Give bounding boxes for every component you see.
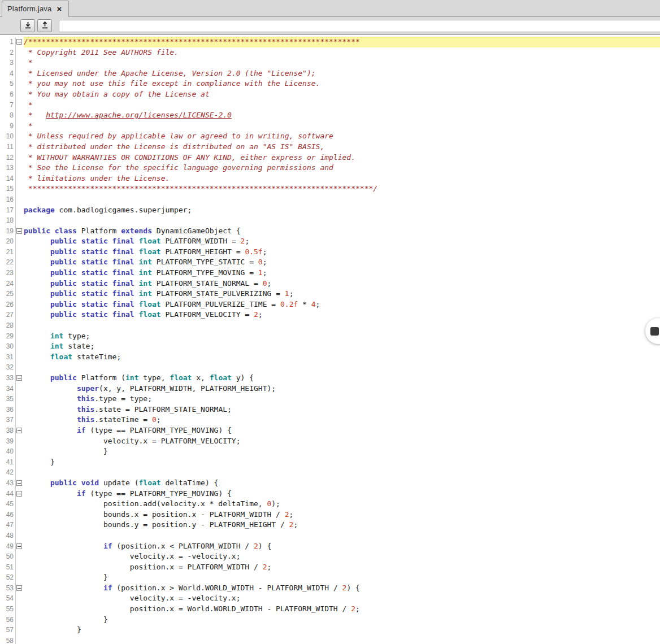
line-number: 17 xyxy=(0,205,16,216)
code-line[interactable]: 31 float stateTime; xyxy=(0,352,660,363)
code-line[interactable]: 41 } xyxy=(0,457,660,468)
code-line[interactable]: 32 xyxy=(0,362,660,373)
fold-toggle-icon[interactable] xyxy=(16,425,24,436)
code-line[interactable]: 17package com.badlogicgames.superjumper; xyxy=(0,205,660,216)
code-line[interactable]: 53 if (position.x > World.WORLD_WIDTH - … xyxy=(0,583,660,594)
code-line[interactable]: 44 if (type == PLATFORM_TYPE_MOVING) { xyxy=(0,489,660,499)
code-line[interactable]: 19public class Platform extends DynamicG… xyxy=(0,226,660,237)
code-line[interactable]: 29 int type; xyxy=(0,331,660,342)
code-line[interactable]: 34 super(x, y, PLATFORM_WIDTH, PLATFORM_… xyxy=(0,384,660,394)
code-line[interactable]: 56 } xyxy=(0,615,660,625)
fold-toggle-icon[interactable] xyxy=(16,373,24,384)
code-line[interactable]: 20 public static final float PLATFORM_WI… xyxy=(0,236,660,247)
fold-toggle-icon[interactable] xyxy=(16,541,24,552)
code-line[interactable]: 58 xyxy=(0,636,660,644)
code-line[interactable]: 1/**************************************… xyxy=(0,37,660,47)
fold-spacer xyxy=(16,184,24,194)
code-line[interactable]: 26 public static final float PLATFORM_PU… xyxy=(0,299,660,310)
download-button[interactable] xyxy=(20,19,35,32)
code-line[interactable]: 49 if (position.x < PLATFORM_WIDTH / 2) … xyxy=(0,541,660,552)
code-line[interactable]: 14 * limitations under the License. xyxy=(0,173,660,184)
fold-spacer xyxy=(16,121,24,132)
upload-button[interactable] xyxy=(37,19,52,32)
code-text: velocity.x = -velocity.x; xyxy=(24,551,660,562)
fold-toggle-icon[interactable] xyxy=(16,478,24,489)
fold-spacer xyxy=(16,236,24,247)
line-number: 1 xyxy=(0,37,16,47)
code-line[interactable]: 10 * Unless required by applicable law o… xyxy=(0,131,660,142)
code-line[interactable]: 50 velocity.x = -velocity.x; xyxy=(0,551,660,562)
fold-toggle-icon[interactable] xyxy=(16,37,24,47)
fold-toggle-icon[interactable] xyxy=(16,583,24,594)
line-number: 5 xyxy=(0,79,16,89)
code-line[interactable]: 40 } xyxy=(0,446,660,457)
code-line[interactable]: 51 position.x = PLATFORM_WIDTH / 2; xyxy=(0,562,660,573)
tab-close-icon[interactable]: × xyxy=(57,5,62,13)
code-text: public static final int PLATFORM_TYPE_ST… xyxy=(24,257,660,268)
code-line[interactable]: 22 public static final int PLATFORM_TYPE… xyxy=(0,257,660,268)
code-line[interactable]: 33 public Platform (int type, float x, f… xyxy=(0,373,660,384)
fold-spacer xyxy=(16,47,24,58)
line-number: 6 xyxy=(0,89,16,100)
code-line[interactable]: 13 * See the License for the specific la… xyxy=(0,163,660,173)
code-line[interactable]: 11 * distributed under the License is di… xyxy=(0,142,660,153)
line-number: 54 xyxy=(0,593,16,604)
code-line[interactable]: 36 this.state = PLATFORM_STATE_NORMAL; xyxy=(0,404,660,415)
fold-spacer xyxy=(16,446,24,457)
line-number: 14 xyxy=(0,173,16,184)
tab-platform-java[interactable]: Platform.java × xyxy=(2,1,69,17)
line-number: 30 xyxy=(0,341,16,352)
fold-spacer xyxy=(16,215,24,226)
fold-toggle-icon[interactable] xyxy=(16,489,24,499)
code-text: } xyxy=(24,615,660,625)
code-text: * distributed under the License is distr… xyxy=(24,142,660,153)
code-line[interactable]: 5 * you may not use this file except in … xyxy=(0,79,660,89)
code-line[interactable]: 37 this.stateTime = 0; xyxy=(0,415,660,425)
code-line[interactable]: 52 } xyxy=(0,572,660,583)
code-line[interactable]: 55 position.x = World.WORLD_WIDTH - PLAT… xyxy=(0,604,660,615)
code-line[interactable]: 18 xyxy=(0,215,660,226)
code-line[interactable]: 8 * http://www.apache.org/licenses/LICEN… xyxy=(0,110,660,121)
code-line[interactable]: 43 public void update (float deltaTime) … xyxy=(0,478,660,489)
code-line[interactable]: 57 } xyxy=(0,625,660,636)
code-line[interactable]: 48 xyxy=(0,530,660,541)
toolbar-field[interactable] xyxy=(59,20,660,32)
upload-icon xyxy=(41,21,49,31)
code-line[interactable]: 38 if (type == PLATFORM_TYPE_MOVING) { xyxy=(0,425,660,436)
code-line[interactable]: 9 * xyxy=(0,121,660,132)
code-line[interactable]: 28 xyxy=(0,320,660,331)
fold-spacer xyxy=(16,58,24,68)
code-line[interactable]: 45 position.add(velocity.x * deltaTime, … xyxy=(0,499,660,510)
line-number: 53 xyxy=(0,583,16,594)
line-number: 27 xyxy=(0,310,16,320)
code-line[interactable]: 12 * WITHOUT WARRANTIES OR CONDITIONS OF… xyxy=(0,153,660,163)
code-line[interactable]: 24 public static final int PLATFORM_STAT… xyxy=(0,279,660,289)
code-line[interactable]: 35 this.type = type; xyxy=(0,394,660,404)
code-line[interactable]: 23 public static final int PLATFORM_TYPE… xyxy=(0,268,660,279)
code-line[interactable]: 2 * Copyright 2011 See AUTHORS file. xyxy=(0,47,660,58)
fold-spacer xyxy=(16,457,24,468)
code-line[interactable]: 46 bounds.x = position.x - PLATFORM_WIDT… xyxy=(0,510,660,520)
code-text: public static final int PLATFORM_STATE_N… xyxy=(24,279,660,289)
fold-toggle-icon[interactable] xyxy=(16,226,24,237)
code-line[interactable]: 15 *************************************… xyxy=(0,184,660,194)
code-line[interactable]: 30 int state; xyxy=(0,341,660,352)
code-line[interactable]: 39 velocity.x = PLATFORM_VELOCITY; xyxy=(0,436,660,447)
line-number: 47 xyxy=(0,520,16,530)
code-line[interactable]: 6 * You may obtain a copy of the License… xyxy=(0,89,660,100)
code-line[interactable]: 4 * Licensed under the Apache License, V… xyxy=(0,68,660,79)
fold-spacer xyxy=(16,163,24,173)
line-number: 18 xyxy=(0,215,16,226)
code-line[interactable]: 47 bounds.y = position.y - PLATFORM_HEIG… xyxy=(0,520,660,530)
code-line[interactable]: 21 public static final float PLATFORM_HE… xyxy=(0,247,660,258)
code-line[interactable]: 7 * xyxy=(0,100,660,111)
code-line[interactable]: 3 * xyxy=(0,58,660,68)
code-line[interactable]: 16 xyxy=(0,194,660,205)
code-line[interactable]: 27 public static final float PLATFORM_VE… xyxy=(0,310,660,320)
code-line[interactable]: 42 xyxy=(0,467,660,478)
code-line[interactable]: 25 public static final int PLATFORM_STAT… xyxy=(0,289,660,299)
code-editor[interactable]: 1/**************************************… xyxy=(0,35,660,644)
code-line[interactable]: 54 velocity.x = -velocity.x; xyxy=(0,593,660,604)
line-number: 55 xyxy=(0,604,16,615)
code-text: this.type = type; xyxy=(24,394,660,404)
